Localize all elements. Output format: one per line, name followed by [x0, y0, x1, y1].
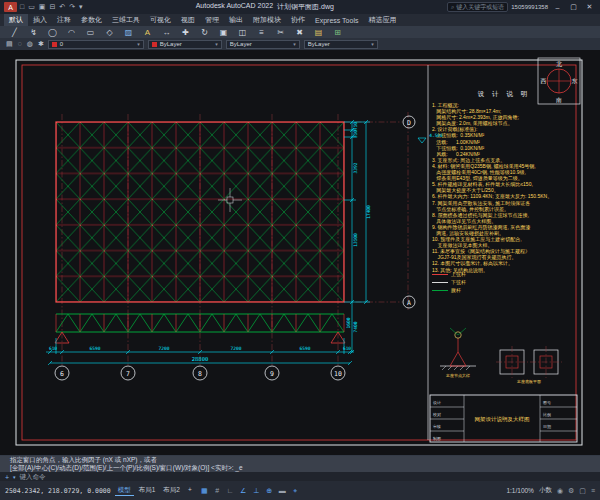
undo-icon[interactable]: ↶ [59, 3, 65, 11]
tab-featured[interactable]: 精选应用 [363, 14, 401, 26]
polyline-icon[interactable]: ↯ [27, 28, 40, 37]
close-button[interactable]: ✕ [583, 3, 596, 11]
units-button[interactable]: 小数 [539, 486, 552, 495]
grid-bubble-label[interactable]: 7 [126, 370, 130, 378]
rectangle-icon[interactable]: ▭ [84, 28, 97, 37]
customize-menu-icon[interactable]: ≡ [591, 487, 595, 495]
grid-bubble-label[interactable]: 8 [198, 370, 202, 378]
redo-icon[interactable]: ↷ [69, 3, 75, 11]
row-bubble-label[interactable]: D [407, 119, 411, 127]
polygon-icon[interactable]: ◇ [103, 28, 116, 37]
offset-icon[interactable]: ≡ [255, 28, 268, 37]
lineweight-toggle[interactable]: ▬ [277, 487, 288, 495]
layer-properties-icon[interactable]: ▤ [6, 40, 13, 48]
total-dimension-label[interactable]: 28800 [192, 356, 209, 362]
osnap-tracking-toggle[interactable]: ⊕ [264, 487, 275, 495]
autocad-logo-icon[interactable]: A [4, 2, 17, 12]
linetype-combo[interactable]: ByLayer ▾ [226, 40, 300, 49]
tab-visualize[interactable]: 可视化 [145, 14, 176, 26]
dimension-label[interactable]: 610 [49, 346, 57, 351]
dimension-label[interactable]: 7200 [231, 346, 242, 351]
design-notes: 设 计 说 明 1. 工程概况: 网架结构尺寸: 28.8m×17.4m; 网格… [432, 90, 576, 273]
open-icon[interactable]: ▭ [28, 3, 35, 11]
ortho-mode-toggle[interactable]: ∟ [225, 487, 236, 495]
layer-combo[interactable]: 0 ▾ [48, 40, 144, 49]
annotation-scale-button[interactable]: 1:1/100% [506, 487, 533, 494]
title-block[interactable]: 设计 校对 审核 制图 图号 比例 日期 网架设计说明及大样图 [430, 395, 577, 442]
clean-screen-icon[interactable]: ▢ [579, 487, 586, 495]
erase-icon[interactable]: ✖ [293, 28, 306, 37]
maximize-button[interactable]: ▢ [567, 3, 580, 11]
dimension-label[interactable]: 6590 [90, 346, 101, 351]
color-combo[interactable]: ByLayer ▾ [148, 40, 222, 49]
grid-bubble-label[interactable]: 10 [334, 370, 342, 378]
copy-icon[interactable]: ▣ [217, 28, 230, 37]
block-icon[interactable]: ⊞ [331, 28, 344, 37]
layout1-tab[interactable]: 布局1 [136, 486, 159, 496]
dynamic-input-toggle[interactable]: ⌖ [290, 487, 301, 495]
dimension-label[interactable]: 610 [343, 346, 351, 351]
layer-isolate-icon[interactable]: ◍ [27, 40, 33, 48]
print-icon[interactable]: ⊟ [49, 3, 55, 11]
polar-tracking-toggle[interactable]: ∠ [238, 487, 249, 495]
tab-express[interactable]: Express Tools [310, 14, 363, 26]
tab-3dtools[interactable]: 三维工具 [107, 14, 145, 26]
dimension-label[interactable]: 3392 [353, 162, 358, 173]
dimension-label[interactable]: 17400 [366, 205, 371, 219]
snap-mode-toggle[interactable]: # [212, 487, 223, 495]
grid-bubble-label[interactable]: 9 [270, 370, 274, 378]
hatch-icon[interactable]: ▨ [122, 28, 135, 37]
tab-output[interactable]: 输出 [224, 14, 248, 26]
base-plate-detail[interactable]: 支座底板平面 [496, 346, 562, 384]
text-icon[interactable]: A [141, 28, 154, 37]
support-detail[interactable]: 支座节点大样 [440, 328, 476, 378]
space-frame-plan[interactable] [56, 122, 344, 302]
osnap-toggle[interactable]: ⊥ [251, 487, 262, 495]
dimension-label[interactable]: 7400 [353, 321, 358, 332]
circle-icon[interactable]: ◯ [46, 28, 59, 37]
tab-manage[interactable]: 管理 [200, 14, 224, 26]
tab-annotate[interactable]: 注释 [52, 14, 76, 26]
tab-default[interactable]: 默认 [4, 14, 28, 26]
layer-freeze-icon[interactable]: ✱ [38, 40, 44, 48]
row-bubble-label[interactable]: A [407, 299, 411, 307]
model-tab[interactable]: 模型 [115, 486, 134, 496]
dimension-label[interactable]: 13500 [353, 233, 358, 247]
workspace-gear-icon[interactable]: ⚙ [568, 487, 574, 495]
minimize-button[interactable]: – [551, 4, 564, 11]
grid-bubble-label[interactable]: 6 [60, 370, 64, 378]
rotate-icon[interactable]: ↻ [198, 28, 211, 37]
annotation-visibility-icon[interactable]: ◉ [557, 487, 563, 495]
trim-icon[interactable]: ✂ [274, 28, 287, 37]
new-layout-tab[interactable]: + [185, 486, 195, 496]
lineweight-combo[interactable]: ByLayer ▾ [304, 40, 378, 49]
tab-collaborate[interactable]: 协作 [286, 14, 310, 26]
tab-insert[interactable]: 插入 [28, 14, 52, 26]
dimension-label[interactable]: 350 [353, 130, 358, 138]
dimension-label[interactable]: 6590 [300, 346, 311, 351]
qat-dropdown-icon[interactable]: ▾ [79, 3, 83, 11]
titleblock-row-label: 设计 [433, 400, 441, 405]
truss-elevation[interactable] [55, 314, 345, 343]
dimension-label[interactable]: 7200 [159, 346, 170, 351]
layers-icon[interactable]: ▤ [312, 28, 325, 37]
arc-icon[interactable]: ◠ [65, 28, 78, 37]
line-icon[interactable]: ╱ [8, 28, 21, 37]
layer-off-icon[interactable]: ◌ [18, 40, 22, 48]
save-icon[interactable]: ▣ [39, 3, 46, 11]
move-icon[interactable]: ✚ [179, 28, 192, 37]
dimension-label[interactable]: 1600 [346, 317, 351, 328]
grid-display-toggle[interactable]: ▦ [199, 487, 210, 495]
tab-view[interactable]: 视图 [176, 14, 200, 26]
new-file-icon[interactable]: □ [20, 3, 24, 11]
drawing-canvas[interactable]: 610 6590 7200 7200 6590 610 28800 750 35… [0, 50, 600, 455]
dimension-icon[interactable]: ↔ [160, 28, 173, 37]
command-history-dropdown-icon[interactable]: ▾ [13, 474, 16, 480]
tab-parametric[interactable]: 参数化 [76, 14, 107, 26]
tab-addins[interactable]: 附加模块 [248, 14, 286, 26]
account-button[interactable]: 15059991358 [511, 4, 548, 10]
mirror-icon[interactable]: ◫ [236, 28, 249, 37]
layout2-tab[interactable]: 布局2 [160, 486, 183, 496]
help-search-box[interactable]: ⌕ 键入关键字或短语 [447, 2, 508, 12]
dimension-label[interactable]: 750 [353, 122, 358, 130]
